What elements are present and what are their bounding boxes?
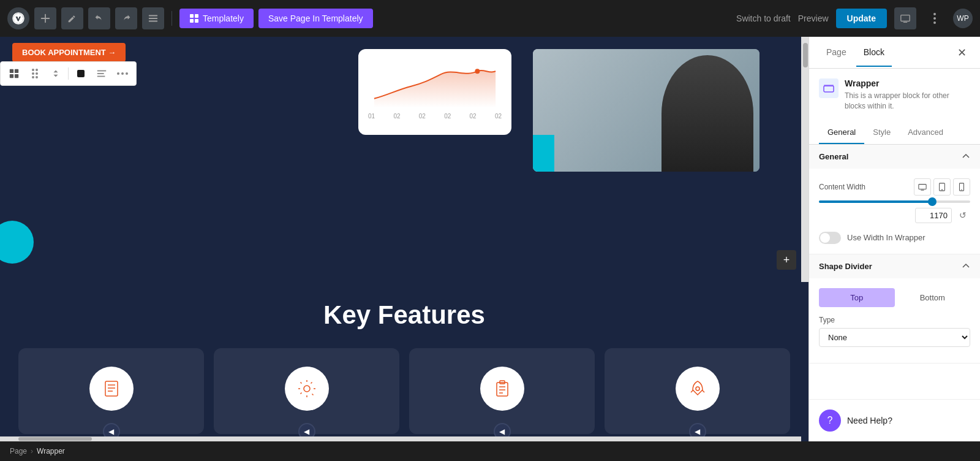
chevron-up-icon xyxy=(962,152,970,161)
type-select[interactable]: None xyxy=(819,328,970,347)
block-align-icon[interactable] xyxy=(93,65,110,82)
svg-rect-6 xyxy=(190,14,194,18)
tab-block[interactable]: Block xyxy=(856,39,892,67)
add-element-button[interactable]: + xyxy=(777,250,796,270)
general-section: General Content Width xyxy=(809,145,980,254)
svg-point-32 xyxy=(475,69,480,74)
width-value-input[interactable] xyxy=(915,208,952,223)
need-help-text[interactable]: Need Help? xyxy=(847,416,892,425)
need-help-section: ? Need Help? xyxy=(809,399,980,441)
panel-sub-tabs: General Style Advanced xyxy=(809,121,980,145)
shape-tab-bottom[interactable]: Bottom xyxy=(895,288,971,307)
breadcrumb-page[interactable]: Page xyxy=(10,447,27,455)
svg-rect-38 xyxy=(497,383,508,396)
svg-rect-7 xyxy=(195,14,198,18)
svg-rect-27 xyxy=(97,73,104,74)
svg-rect-46 xyxy=(919,184,926,189)
templately-button[interactable]: Templately xyxy=(179,9,254,28)
main-toolbar: Templately Save Page In Templately Switc… xyxy=(0,0,980,37)
feature-icon-circle-1 xyxy=(89,367,134,411)
horizontal-scrollbar[interactable] xyxy=(0,436,801,441)
user-avatar[interactable]: WP xyxy=(953,9,973,28)
width-icons xyxy=(914,178,970,196)
update-button[interactable]: Update xyxy=(836,9,887,28)
svg-rect-4 xyxy=(149,18,157,19)
block-type-icon[interactable] xyxy=(6,65,23,82)
feature-card-4: ◀ xyxy=(605,348,790,434)
width-reset-button[interactable]: ↺ xyxy=(956,208,970,223)
svg-point-49 xyxy=(941,189,943,190)
sub-tab-style[interactable]: Style xyxy=(864,121,899,144)
svg-rect-17 xyxy=(10,74,13,78)
save-page-templately-button[interactable]: Save Page In Templately xyxy=(258,9,373,28)
vertical-scrollbar[interactable] xyxy=(801,37,809,282)
features-grid: ◀ ◀ xyxy=(12,348,796,434)
width-slider-thumb[interactable] xyxy=(928,197,937,206)
sub-tab-general[interactable]: General xyxy=(819,121,864,144)
feature-card-2: ◀ xyxy=(214,348,399,434)
block-drag-handle[interactable] xyxy=(26,65,43,82)
use-width-row: Use Width In Wrapper xyxy=(819,232,970,244)
undo-button[interactable] xyxy=(88,7,110,29)
general-section-header[interactable]: General xyxy=(809,145,980,169)
shape-tab-top[interactable]: Top xyxy=(819,288,895,307)
shape-divider-header[interactable]: Shape Divider xyxy=(809,254,980,278)
wp-logo[interactable] xyxy=(7,7,29,29)
block-description: This is a wrapper block for other blocks… xyxy=(845,91,970,112)
svg-rect-18 xyxy=(15,74,18,78)
feature-icon-circle-3 xyxy=(480,367,524,411)
svg-point-37 xyxy=(304,386,310,392)
desktop-view-button[interactable] xyxy=(894,7,916,29)
svg-rect-15 xyxy=(10,69,13,73)
feature-card-1: ◀ xyxy=(18,348,204,434)
svg-rect-44 xyxy=(824,86,834,92)
use-width-label: Use Width In Wrapper xyxy=(847,233,925,242)
mobile-width-icon[interactable] xyxy=(953,178,970,196)
panel-close-button[interactable]: ✕ xyxy=(953,44,970,61)
desktop-width-icon[interactable] xyxy=(914,178,931,196)
width-slider-fill xyxy=(819,200,932,203)
add-block-button[interactable] xyxy=(34,7,56,29)
sub-tab-advanced[interactable]: Advanced xyxy=(899,121,952,144)
block-color-icon[interactable] xyxy=(72,65,89,82)
svg-point-19 xyxy=(32,69,34,71)
more-options-button[interactable] xyxy=(924,7,946,29)
shape-divider-body: Top Bottom Type None xyxy=(809,278,980,363)
block-up-down-arrows[interactable] xyxy=(47,65,64,82)
tablet-width-icon[interactable] xyxy=(933,178,951,196)
preview-button[interactable]: Preview xyxy=(798,13,829,23)
canvas-content: BOOK APPOINTMENT → xyxy=(0,37,809,441)
content-width-field: Content Width xyxy=(819,178,970,223)
tools-menu-button[interactable] xyxy=(142,7,164,29)
person-image xyxy=(533,49,760,172)
switch-to-draft-link[interactable]: Switch to draft xyxy=(736,13,791,23)
svg-rect-2 xyxy=(41,18,50,19)
svg-point-30 xyxy=(121,72,124,75)
svg-point-31 xyxy=(126,72,128,75)
use-width-toggle[interactable] xyxy=(819,232,841,244)
breadcrumb-wrapper[interactable]: Wrapper xyxy=(37,447,65,455)
shape-divider-section: Shape Divider Top Bottom Type None xyxy=(809,254,980,364)
svg-point-29 xyxy=(117,72,119,75)
canvas-area[interactable]: BOOK APPOINTMENT → xyxy=(0,37,809,441)
main-layout: BOOK APPOINTMENT → xyxy=(0,37,980,441)
toolbar-divider-1 xyxy=(172,11,172,26)
panel-block-header: Wrapper This is a wrapper block for othe… xyxy=(809,69,980,121)
general-section-body: Content Width xyxy=(809,169,980,254)
edit-tool-button[interactable] xyxy=(61,7,83,29)
svg-point-23 xyxy=(32,76,34,78)
block-name: Wrapper xyxy=(845,78,970,88)
svg-rect-26 xyxy=(97,70,106,72)
svg-rect-16 xyxy=(15,69,18,73)
svg-rect-45 xyxy=(824,85,834,86)
svg-point-51 xyxy=(961,189,962,189)
redo-button[interactable] xyxy=(115,7,137,29)
svg-rect-9 xyxy=(195,19,198,23)
block-more-icon[interactable] xyxy=(114,65,131,82)
breadcrumb-separator: › xyxy=(31,447,33,455)
type-label: Type xyxy=(819,316,970,324)
svg-point-24 xyxy=(36,76,38,78)
tab-page[interactable]: Page xyxy=(819,39,854,67)
book-appointment-button[interactable]: BOOK APPOINTMENT → xyxy=(12,43,126,62)
chevron-up-icon-2 xyxy=(962,262,970,270)
